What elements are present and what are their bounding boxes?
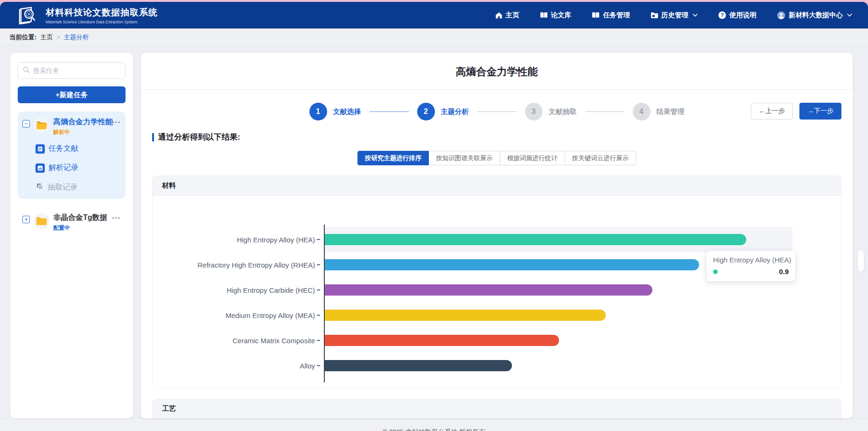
chart-row[interactable]: Medium Entropy Alloy (MEA) <box>153 303 841 328</box>
materials-bar-chart: High Entropy Alloy (HEA)Refractory High … <box>153 196 841 388</box>
chart-rows: High Entropy Alloy (HEA)Refractory High … <box>153 227 841 378</box>
breadcrumb-prefix: 当前位置: <box>9 33 37 42</box>
bar[interactable] <box>325 310 606 321</box>
tab-inactive[interactable]: 按知识图谱关联展示 <box>429 151 500 165</box>
app-subtitle: Materials Science Literature Data Extrac… <box>46 20 158 24</box>
folder-open-icon <box>34 117 49 133</box>
result-heading-text: 通过分析得到以下结果: <box>158 132 240 142</box>
task-child-doc[interactable]: 任务文献 <box>35 144 121 154</box>
axis-tick <box>317 365 320 366</box>
task-info: 非晶合金Tg数据配置中 <box>53 213 108 232</box>
new-task-button[interactable]: +新建任务 <box>18 86 126 103</box>
bar[interactable] <box>325 234 746 245</box>
axis-tick <box>317 340 320 341</box>
chart-row[interactable]: High Entropy Carbide (HEC) <box>153 277 841 303</box>
tab-active[interactable]: 按研究主题进行排序 <box>357 151 429 165</box>
tooltip-value-row: 0.9 <box>713 268 789 276</box>
copy-icon <box>35 182 44 192</box>
search-icon <box>23 66 30 75</box>
brand-text: 材料科技论文数据抽取系统 Materials Science Literatur… <box>46 7 158 24</box>
nav-item-label: 主页 <box>506 11 519 20</box>
result-heading: 通过分析得到以下结果: <box>152 132 841 142</box>
chevron-down-icon <box>693 14 698 17</box>
chart-row[interactable]: Ceramic Matrix Composite <box>153 328 841 353</box>
expand-icon[interactable]: + <box>22 216 30 223</box>
tab-inactive[interactable]: 按关键词云进行展示 <box>565 151 637 165</box>
chevron-down-icon <box>847 14 852 17</box>
scrollbar-thumb[interactable] <box>858 250 864 272</box>
section-materials: 材料 High Entropy Alloy (HEA)Refractory Hi… <box>152 176 841 389</box>
breadcrumb-separator-icon: > <box>57 34 60 41</box>
chart-row[interactable]: Alloy <box>153 353 841 378</box>
task-child-label: 抽取记录 <box>48 183 77 192</box>
chart-tooltip: High Entropy Alloy (HEA) 0.9 <box>707 251 795 281</box>
task-status-badge: 配置中 <box>53 224 108 232</box>
axis-tick <box>317 290 320 290</box>
home-icon <box>495 12 503 19</box>
next-step-button[interactable]: →下一步 <box>799 103 841 120</box>
chart-category-label: High Entropy Alloy (HEA) <box>153 236 317 244</box>
bar[interactable] <box>325 259 699 270</box>
help-icon: ? <box>718 11 726 19</box>
copyright-text: © 2025 文献抽取平台系统 版权所有 <box>382 428 485 431</box>
nav-item-label: 历史管理 <box>661 11 688 20</box>
bar[interactable] <box>325 360 512 371</box>
section-process: 工艺 <box>152 399 841 418</box>
nav-item-library[interactable]: 论文库 <box>540 11 572 20</box>
tooltip-series-dot <box>713 269 718 274</box>
step-1: 1文献选择 <box>309 103 361 120</box>
axis-tick <box>317 264 320 265</box>
main-panel: 高熵合金力学性能 1文献选择2主题分析3文献抽取4结果管理 ←上一步 →下一步 … <box>141 53 853 418</box>
task-more-menu-icon[interactable]: ··· <box>112 118 121 127</box>
section-process-title: 工艺 <box>153 399 841 418</box>
task-block: −高熵合金力学性能解析中···任务文献解析记录抽取记录 <box>18 112 126 199</box>
folder-closed-icon <box>34 213 49 229</box>
task-child-chart[interactable]: 解析记录 <box>35 163 121 173</box>
svg-text:?: ? <box>721 12 724 18</box>
tooltip-title: High Entropy Alloy (HEA) <box>713 256 789 264</box>
main-nav: 主页论文库任务管理历史管理?使用说明新材料大数据中心 <box>495 11 853 20</box>
app-window: 材料科技论文数据抽取系统 Materials Science Literatur… <box>0 2 868 431</box>
prev-step-button[interactable]: ←上一步 <box>751 103 793 120</box>
footer: © 2025 文献抽取平台系统 版权所有 <box>0 418 868 431</box>
tab-inactive[interactable]: 根据词频进行统计 <box>500 151 565 165</box>
step-3: 3文献抽取 <box>525 103 577 120</box>
history-icon <box>651 12 658 19</box>
task-child-label: 任务文献 <box>49 144 78 154</box>
nav-item-history[interactable]: 历史管理 <box>651 11 698 20</box>
task-more-menu-icon[interactable]: ··· <box>112 214 121 222</box>
nav-item-label: 新材料大数据中心 <box>789 11 843 20</box>
chart-category-label: Alloy <box>153 362 317 370</box>
content-area: +新建任务 −高熵合金力学性能解析中···任务文献解析记录抽取记录+非晶合金Tg… <box>0 46 868 418</box>
task-name[interactable]: 非晶合金Tg数据 <box>53 213 108 223</box>
step-label: 文献抽取 <box>549 107 577 116</box>
task-child-label: 解析记录 <box>49 163 78 173</box>
search-input[interactable] <box>33 67 120 74</box>
title-divider <box>141 89 853 90</box>
breadcrumb-current: 主题分析 <box>64 33 89 42</box>
step-connector <box>585 111 624 112</box>
nav-item-user[interactable]: 新材料大数据中心 <box>777 11 852 20</box>
chart-row[interactable]: High Entropy Alloy (HEA) <box>153 227 841 252</box>
nav-item-label: 任务管理 <box>603 11 630 20</box>
nav-item-tasks[interactable]: 任务管理 <box>592 11 630 20</box>
step-connector <box>477 111 517 112</box>
view-tabs: 按研究主题进行排序按知识图谱关联展示根据词频进行统计按关键词云进行展示 <box>152 151 841 165</box>
chart-category-label: Ceramic Matrix Composite <box>153 337 317 345</box>
nav-item-label: 论文库 <box>551 11 572 20</box>
task-row[interactable]: +非晶合金Tg数据配置中··· <box>22 213 121 232</box>
nav-item-label: 使用说明 <box>729 11 756 20</box>
step-buttons: ←上一步 →下一步 <box>751 103 841 120</box>
app-title: 材料科技论文数据抽取系统 <box>46 7 158 19</box>
task-row[interactable]: −高熵合金力学性能解析中··· <box>22 117 121 136</box>
step-4: 4结果管理 <box>633 103 685 120</box>
bar[interactable] <box>325 335 559 346</box>
axis-tick <box>317 315 320 316</box>
breadcrumb-home-link[interactable]: 主页 <box>41 33 53 42</box>
chart-category-label: Refractory High Entropy Alloy (RHEA) <box>153 261 317 269</box>
task-name[interactable]: 高熵合金力学性能 <box>53 117 108 127</box>
nav-item-help[interactable]: ?使用说明 <box>718 11 756 20</box>
collapse-icon[interactable]: − <box>22 120 30 127</box>
bar[interactable] <box>325 284 652 296</box>
nav-item-home[interactable]: 主页 <box>495 11 519 20</box>
